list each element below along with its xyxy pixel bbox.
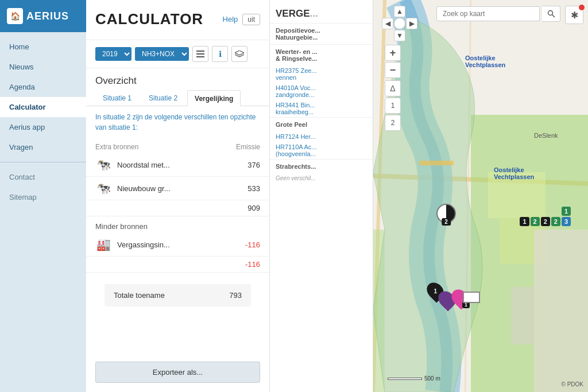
year-select[interactable]: 2019 [95,47,131,61]
verg-section-weerter: Weerter- en ...& Ringselve... [270,44,373,65]
extra-bronnen-header: Extra bronnen Emissie [86,138,269,153]
svg-point-20 [548,11,552,15]
verg-item-h4010a[interactable]: H4010A Voc...zandgronde... [270,83,373,100]
tab-vergelijking[interactable]: Vergelijking [187,90,241,106]
svg-rect-1 [196,53,204,55]
emissie-label: Emissie [236,143,260,151]
sidebar-nav: Home Nieuws Agenda Calculator Aerius app… [0,32,86,392]
sidebar-item-vragen[interactable]: Vragen [0,137,86,157]
verg-section-grote-peel: Grote Peel [270,117,373,131]
notification-dot [579,5,585,10]
zoom-in-button[interactable]: + [385,45,401,61]
zoom-controls: + − [385,45,401,78]
info-icon: ℹ [219,49,222,59]
sidebar-item-aerius-app[interactable]: Aerius app [0,117,86,137]
extra-subtotal-value: 909 [247,204,260,212]
search-input[interactable] [436,6,540,21]
sidebar-item-agenda[interactable]: Agenda [0,77,86,97]
sidebar-item-sitemap[interactable]: Sitemap [0,187,86,207]
toolbar-row: 2019 NH3+NOX ℹ [86,40,269,68]
tab-situatie1[interactable]: Situatie 1 [95,90,139,106]
calculator-panel: CALCULATOR Help uit 2019 NH3+NOX ℹ Overz… [86,0,270,392]
calc-footer: Exporteer als... [86,362,269,392]
overview-title: Overzicht [86,68,269,90]
verg-title: VERGE... [270,0,373,23]
list-view-button[interactable] [192,46,208,62]
map-search [436,6,560,22]
info-text: In situatie 2 zijn de volgende verschill… [86,106,269,138]
extra-subtotal-row: 909 [86,200,269,216]
mode-btn-1[interactable]: 1 [385,98,401,114]
logo-icon: 🏠 [7,8,23,24]
total-row: Totale toename 793 [105,284,251,306]
verg-item-hr7124[interactable]: HR7124 Her... [270,131,373,142]
nav-divider [0,162,86,162]
source-item-1: 🐄 Noordstal met... 376 [86,153,269,177]
total-label: Totale toename [114,291,165,300]
mode-btn-2[interactable]: 2 [385,115,401,131]
sidebar: 🏠 AERIUS Home Nieuws Agenda Calculator A… [0,0,86,392]
zoom-out-button[interactable]: − [385,62,401,78]
calc-content: Overzicht Situatie 1 Situatie 2 Vergelij… [86,68,269,362]
asterisk-button[interactable]: ✱ [565,6,583,24]
map-panel: VERGE... Depositievoe...Natuurgebie... W… [270,0,588,392]
vergelijking-panel: VERGE... Depositievoe...Natuurgebie... W… [270,0,373,392]
pan-right-button[interactable]: ▶ [406,18,417,29]
mode-controls: Δ 1 2 [385,80,401,131]
search-button[interactable] [542,6,560,22]
calc-title: CALCULATOR [95,10,203,28]
pan-left-button[interactable]: ◀ [382,18,393,29]
svg-rect-18 [534,230,588,392]
sidebar-item-home[interactable]: Home [0,37,86,57]
logo-text: AERIUS [26,10,69,22]
svg-rect-16 [419,161,454,165]
pan-up-button[interactable]: ▲ [394,6,405,17]
svg-rect-14 [488,172,546,218]
source-value-3: -116 [245,240,260,249]
source-name-3: Vergassingsin... [117,240,239,249]
help-label: Help [223,15,238,24]
verg-section-depositie: Depositievoe...Natuurgebie... [270,23,373,44]
tab-situatie2[interactable]: Situatie 2 [141,90,185,106]
cow-icon-2: 🐄 [95,181,111,195]
verg-note-geen: Geen verschil... [270,173,373,183]
svg-rect-2 [196,56,204,57]
layers-button[interactable] [231,46,247,62]
pdok-credit: © PDOK [562,381,584,387]
export-button[interactable]: Exporteer als... [95,362,260,383]
substance-select[interactable]: NH3+NOX [135,47,189,61]
source-name-2: Nieuwbouw gr... [117,184,242,193]
pan-controls: ▲ ◀ ▶ ▼ [382,6,417,41]
pan-down-button[interactable]: ▼ [394,30,405,41]
source-value-2: 533 [247,184,260,193]
minder-bronnen-label: Minder bronnen [86,216,269,233]
svg-marker-3 [235,51,244,55]
delta-button[interactable]: Δ [385,80,401,96]
svg-rect-19 [511,287,534,344]
logo-area: 🏠 AERIUS [0,0,86,32]
sidebar-item-contact[interactable]: Contact [0,167,86,187]
verg-section-strabrecht: Strabrechts... [270,159,373,173]
svg-line-21 [552,15,555,18]
map-container[interactable]: VERGE... Depositievoe...Natuurgebie... W… [270,0,588,392]
sidebar-item-calculator[interactable]: Calculator [0,97,86,117]
scale-label: 500 m [424,375,440,382]
source-item-3: 🏭 Vergassingsin... -116 [86,233,269,257]
minder-subtotal-value: -116 [245,260,260,269]
extra-bronnen-label: Extra bronnen [95,143,138,151]
verg-item-hr3441[interactable]: HR3441 Bin...kraaiheibeg... [270,100,373,117]
source-item-2: 🐄 Nieuwbouw gr... 533 [86,177,269,200]
title-row: CALCULATOR Help uit [95,10,260,28]
total-value: 793 [229,291,242,300]
verg-item-hr7110a[interactable]: HR7110A Ac...(hoogveenla... [270,142,373,159]
tabs-row: Situatie 1 Situatie 2 Vergelijking [86,90,269,106]
source-value-1: 376 [247,161,260,169]
sidebar-item-nieuws[interactable]: Nieuws [0,57,86,77]
scale-line [388,378,422,380]
cow-icon-1: 🐄 [95,158,111,172]
info-button[interactable]: ℹ [212,46,228,62]
toggle-button[interactable]: uit [242,14,260,25]
source-name-1: Noordstal met... [117,161,242,169]
verg-item-hr2375[interactable]: HR2375 Zee...vennen [270,65,373,83]
help-row: Help uit [223,14,260,25]
